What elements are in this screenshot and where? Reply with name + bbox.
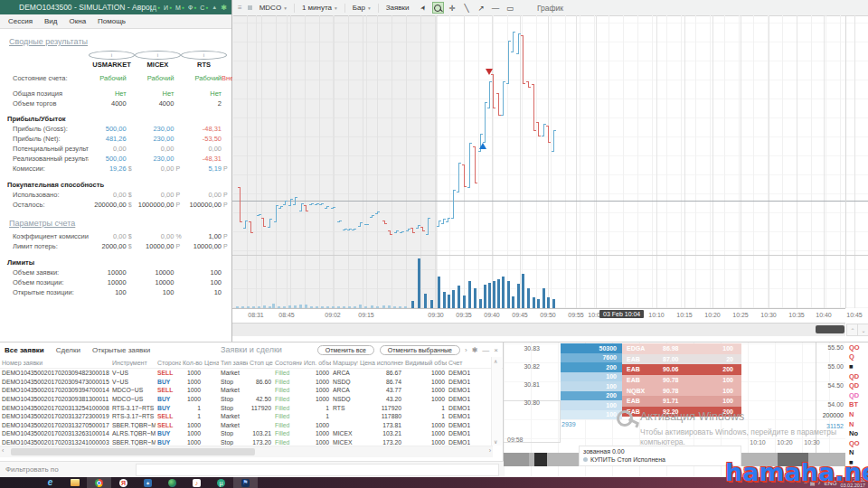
bid-row[interactable]: 100 bbox=[561, 381, 622, 391]
ticker-code[interactable]: No bbox=[845, 428, 868, 438]
ticker-code[interactable]: QD bbox=[845, 390, 868, 400]
bid-depth-table[interactable]: 503007600200100100200100100 bbox=[561, 343, 622, 419]
order-row[interactable]: DEMO10435002017020313254100008RTS-3.17~R… bbox=[0, 403, 492, 412]
taskbar-item-music-app[interactable]: ♪ bbox=[184, 477, 209, 488]
scroll-right-icon[interactable]: › bbox=[489, 447, 491, 454]
settings-icon[interactable]: ✱ bbox=[472, 346, 478, 354]
ticker-code[interactable]: N bbox=[845, 419, 868, 429]
tray-icon[interactable]: ▤ bbox=[810, 480, 816, 486]
account-params-link[interactable]: Параметры счета bbox=[9, 219, 75, 228]
orders-vertical-scrollbar[interactable]: ∧ ∨ bbox=[491, 357, 502, 446]
bid-row[interactable]: 50300 bbox=[561, 343, 622, 353]
menu-item-окна[interactable]: Окна bbox=[70, 17, 87, 25]
summary-section-title[interactable]: Сводные результаты bbox=[9, 37, 88, 46]
tray-icon[interactable]: ♪ bbox=[817, 480, 820, 486]
ask-row[interactable]: EAB87.0020 bbox=[622, 354, 741, 365]
orders-tab-все-заявки[interactable]: Все заявки bbox=[5, 346, 44, 354]
scroll-down-icon[interactable]: ∨ bbox=[494, 438, 497, 445]
ask-row[interactable]: NQBX90.78100 bbox=[622, 385, 741, 396]
menu-item-сессия[interactable]: Сессия bbox=[8, 17, 33, 25]
trendline-tool[interactable]: ╲ bbox=[461, 2, 473, 14]
collapse-icon[interactable]: ▲ bbox=[212, 5, 217, 10]
language-indicator[interactable]: ENG bbox=[824, 480, 836, 486]
order-row[interactable]: DEMO10435002017020313263100014ALRS.TQBR~… bbox=[0, 429, 492, 438]
hline-tool[interactable]: — bbox=[490, 2, 502, 14]
ask-row[interactable]: EAB91.71100 bbox=[622, 396, 741, 407]
gear-icon[interactable]: ✱ bbox=[221, 4, 227, 12]
order-row[interactable]: DEMO10435002017020313270500017SBER.TQBR~… bbox=[0, 421, 492, 430]
chart-scrollbar-thumb[interactable] bbox=[816, 325, 844, 333]
tray-icon[interactable]: ˄ bbox=[804, 480, 807, 486]
order-row[interactable]: DEMO10435002017020309482300018V~USSELL10… bbox=[0, 369, 492, 378]
expand-icon[interactable]: › bbox=[465, 346, 467, 354]
pan-tool[interactable]: ✛ bbox=[447, 2, 458, 14]
symbol-dropdown[interactable]: MDCO ▾ bbox=[259, 4, 287, 12]
bid-row[interactable]: 200 bbox=[561, 362, 622, 372]
ticker-code[interactable]: N bbox=[845, 448, 868, 458]
order-row[interactable]: DEMO10435002017020309381300011MDCO~USBUY… bbox=[0, 395, 492, 404]
taskbar-item-chrome[interactable] bbox=[87, 477, 111, 488]
orders-horizontal-scrollbar[interactable]: ‹ › bbox=[0, 446, 493, 457]
price-chart[interactable] bbox=[232, 15, 868, 308]
ask-row[interactable]: EAB90.78100 bbox=[622, 375, 741, 386]
ask-row[interactable]: EAB90.06200 bbox=[622, 364, 741, 375]
bid-row[interactable]: 100 bbox=[561, 410, 622, 420]
taskbar-item-aurora-app[interactable]: ✶ bbox=[136, 477, 160, 488]
scroll-left-icon[interactable]: ‹ bbox=[2, 447, 4, 454]
orders-tab-открытые-заявки[interactable]: Открытые заявки bbox=[92, 346, 150, 354]
chart-type-dropdown[interactable]: Бар ▾ bbox=[353, 4, 371, 12]
scroll-down-button[interactable]: ⌄ bbox=[857, 324, 868, 336]
ticker-code[interactable]: N bbox=[845, 409, 868, 419]
clock[interactable]: 20:28 03.02.2017 bbox=[840, 477, 865, 488]
taskbar-item-internet-explorer[interactable]: e bbox=[38, 477, 62, 488]
ticker-code[interactable]: QD bbox=[845, 371, 868, 381]
orders-tab-сделки[interactable]: Сделки bbox=[56, 346, 80, 354]
ask-quotes-table[interactable]: EDGA86.98100EAB87.0020EAB90.06200EAB90.7… bbox=[622, 343, 741, 417]
close-icon[interactable]: × bbox=[494, 346, 498, 354]
order-row[interactable]: DEMO10435002017020313272300019RTS-3.17~R… bbox=[0, 412, 492, 421]
bid-row[interactable]: 100 bbox=[561, 372, 622, 382]
ticker-code[interactable]: ⌄ bbox=[845, 467, 868, 477]
menu-item-вид[interactable]: Вид bbox=[44, 17, 57, 25]
taskbar-item-yandex-browser[interactable]: Я bbox=[111, 477, 136, 488]
order-row[interactable]: DEMO10435002017020309394700014MDCO~USSEL… bbox=[0, 386, 492, 395]
cancel-all-button[interactable]: Отменить все bbox=[317, 345, 374, 355]
ticker-code[interactable]: BT bbox=[845, 400, 868, 410]
taskbar-item-utorrent[interactable]: µ bbox=[209, 477, 233, 488]
ask-row[interactable]: EAB92.20200 bbox=[622, 407, 741, 418]
taskbar-item-file-explorer[interactable] bbox=[62, 477, 87, 488]
taskbar-item-trading-app[interactable]: ⚑ bbox=[233, 477, 258, 488]
info-icon[interactable]: i bbox=[181, 51, 227, 60]
interval-dropdown[interactable]: 1 минута ▾ bbox=[302, 4, 337, 12]
ticker-code[interactable]: QD bbox=[845, 380, 868, 390]
ticker-code[interactable]: QO bbox=[845, 438, 868, 448]
rect-tool[interactable]: ▭ bbox=[505, 2, 516, 14]
bid-row[interactable]: 7600 bbox=[561, 353, 622, 363]
bid-row[interactable]: 200 bbox=[561, 391, 622, 401]
scroll-up-icon[interactable]: ∧ bbox=[494, 358, 497, 364]
ticker-code[interactable]: ■ bbox=[845, 361, 868, 371]
filter-input[interactable] bbox=[136, 464, 499, 476]
taskbar-item-globe-app[interactable] bbox=[160, 477, 184, 488]
scrollbar-thumb-dark[interactable] bbox=[534, 453, 547, 466]
cancel-selected-button[interactable]: Отменить выбранные bbox=[380, 345, 460, 355]
chart-scrollbar[interactable] bbox=[232, 323, 845, 336]
account-window-titlebar[interactable]: DEMO1043500 - SIMULATION - Аврора Д●И●М●… bbox=[0, 0, 231, 14]
ticker-code[interactable]: ■ bbox=[845, 457, 868, 467]
info-icon[interactable]: i bbox=[89, 51, 135, 60]
drag-grip-icon[interactable]: ≡ bbox=[238, 4, 242, 12]
orders-hscroll-thumb[interactable] bbox=[11, 448, 255, 455]
menu-item-помощь[interactable]: Помощь bbox=[98, 17, 126, 25]
ticker-code[interactable]: QO bbox=[845, 343, 868, 352]
info-icon[interactable]: i bbox=[135, 51, 181, 60]
bid-row[interactable]: 100 bbox=[561, 400, 622, 410]
minimize-icon[interactable]: — bbox=[482, 346, 489, 354]
ticker-code[interactable]: Q bbox=[845, 352, 868, 362]
orders-toggle-button[interactable]: Заявки bbox=[386, 4, 410, 12]
zoom-tool[interactable] bbox=[432, 2, 444, 14]
arrow-tool[interactable]: ↗ bbox=[476, 2, 487, 14]
scrollbar-thumb[interactable] bbox=[778, 453, 808, 466]
cursor-tool[interactable]: ➤ bbox=[418, 2, 429, 14]
ask-row[interactable]: EDGA86.98100 bbox=[622, 343, 741, 354]
order-row[interactable]: DEMO10435002017020309473000015V~USBUY100… bbox=[0, 378, 492, 387]
